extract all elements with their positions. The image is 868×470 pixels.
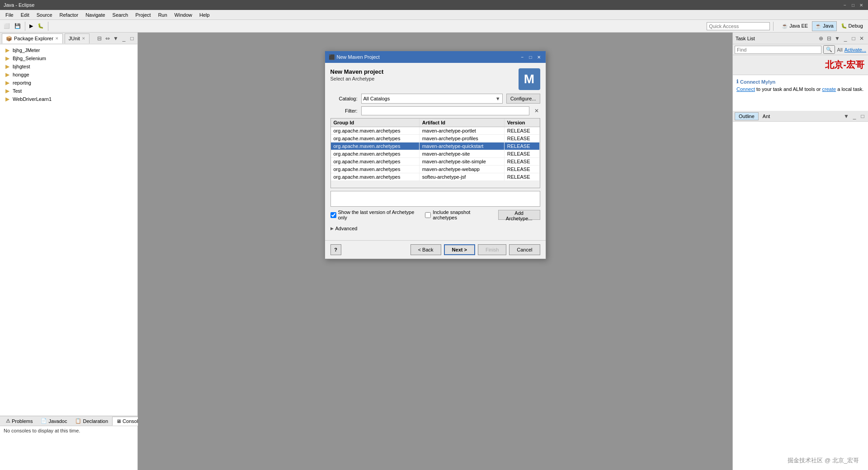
catalog-label: Catalog: [330,96,358,101]
dialog-minimize-button[interactable]: − [519,54,526,60]
col-group-id[interactable]: Group Id [331,119,420,127]
task-close-icon[interactable]: ✕ [858,35,865,42]
add-archetype-button[interactable]: Add Archetype... [498,210,540,220]
menu-file[interactable]: File [2,11,17,19]
find-search-button[interactable]: 🔍 [823,45,835,54]
minimize-button[interactable]: − [842,2,848,8]
catalog-combo[interactable]: All Catalogs ▼ [361,94,503,104]
maximize-view-icon[interactable]: □ [128,35,136,42]
back-button[interactable]: < Back [410,244,441,255]
tree-item-reportng[interactable]: ▶ reportng [0,79,137,87]
menu-window[interactable]: Window [171,11,196,19]
task-maximize-icon[interactable]: □ [850,35,857,42]
advanced-row[interactable]: ▶ Advanced [330,224,540,233]
menu-search[interactable]: Search [109,11,132,19]
menu-source[interactable]: Source [33,11,56,19]
archetype-row-2[interactable]: org.apache.maven.archetypesmaven-archety… [331,142,540,150]
tab-problems[interactable]: ⚠ Problems [2,417,37,426]
tab-declaration[interactable]: 📋 Declaration [71,417,112,426]
tab-ant[interactable]: Ant [759,112,774,120]
mylyn-create-link[interactable]: create [822,86,836,92]
col-version[interactable]: Version [504,119,539,127]
archetype-version-1: RELEASE [504,135,539,142]
tree-item-bjhg-selenium[interactable]: ▶ Bjhg_Selenium [0,54,137,62]
archetype-row-3[interactable]: org.apache.maven.archetypesmaven-archety… [331,150,540,158]
mylyn-info-icon: ℹ [736,79,738,85]
archetype-row-4[interactable]: org.apache.maven.archetypesmaven-archety… [331,158,540,166]
tree-item-bjhg-jmeter[interactable]: ▶ bjhg_JMeter [0,46,137,54]
checkbox-snapshot[interactable]: Include snapshot archetypes [425,209,491,220]
task-find-input[interactable] [735,46,821,54]
right-brand: 北京-宏哥 [733,55,868,75]
perspective-javaee[interactable]: ☕ Java EE [778,21,811,31]
outline-icons: ▼ _ □ [843,113,866,120]
minimize-view-icon[interactable]: _ [120,35,127,42]
help-button[interactable]: ? [330,244,341,255]
mylyn-connect-link[interactable]: Connect [736,86,755,92]
bottom-panel: ⚠ Problems 📄 Javadoc 📋 Declaration 🖥 Con… [0,416,137,470]
outline-menu-icon[interactable]: ▼ [843,113,850,120]
menu-project[interactable]: Project [132,11,154,19]
maven-icon: M [519,68,540,90]
task-menu-icon[interactable]: ▼ [834,35,841,42]
menu-navigate[interactable]: Navigate [82,11,108,19]
cancel-button[interactable]: Cancel [509,244,540,255]
perspective-debug[interactable]: 🐛 Debug [838,21,866,31]
menu-run[interactable]: Run [155,11,171,19]
dialog-subtitle: Select an Archetype [330,76,384,81]
view-menu-icon[interactable]: ▼ [112,35,119,42]
tab-javadoc[interactable]: 📄 Javadoc [37,417,71,426]
outline-minimize-icon[interactable]: _ [851,113,858,120]
link-editor-icon[interactable]: ⇔ [104,35,111,42]
filter-input[interactable] [361,106,529,115]
close-button[interactable]: ✕ [858,2,864,8]
checkbox-snapshot-input[interactable] [425,212,431,218]
close-junit-icon[interactable]: ✕ [82,36,85,41]
archetype-row-5[interactable]: org.apache.maven.archetypesmaven-archety… [331,166,540,173]
task-new-icon[interactable]: ⊕ [817,35,825,42]
configure-button[interactable]: Configure... [506,94,540,104]
tab-outline[interactable]: Outline [735,112,759,120]
page-watermark-text: 掘金技术社区 @ 北京_宏哥 [788,457,859,464]
col-artifact-id[interactable]: Artifact Id [419,119,504,127]
run-button[interactable]: ▶ [28,21,35,31]
quick-access-area: ☕ Java EE ☕ Java 🐛 Debug [707,21,866,31]
menu-refactor[interactable]: Refactor [56,11,82,19]
tree-item-bjhgtest[interactable]: ▶ bjhgtest [0,62,137,71]
task-filter-icon[interactable]: ⊟ [826,35,833,42]
menu-edit[interactable]: Edit [17,11,33,19]
next-button[interactable]: Next > [444,244,475,255]
dialog-main-title: New Maven project [330,68,384,75]
close-tab-icon[interactable]: ✕ [55,36,59,41]
archetype-row-1[interactable]: org.apache.maven.archetypesmaven-archety… [331,135,540,142]
outline-maximize-icon[interactable]: □ [859,113,866,120]
archetype-artifact-2: maven-archetype-quickstart [419,142,504,150]
task-list-icons: ⊕ ⊟ ▼ _ □ ✕ [817,35,865,42]
activate-link[interactable]: Activate... [844,47,866,52]
tree-item-webdriverlearn1[interactable]: ▶ WebDriverLearn1 [0,95,137,103]
new-button[interactable]: ⬜ [2,21,12,31]
archetype-version-6: RELEASE [504,173,539,181]
maximize-button[interactable]: □ [850,2,856,8]
dialog-close-button[interactable]: ✕ [536,54,542,60]
debug-button[interactable]: 🐛 [36,21,46,31]
archetype-row-0[interactable]: org.apache.maven.archetypesmaven-archety… [331,127,540,135]
archetype-table-container[interactable]: Group Id Artifact Id Version org.apache.… [330,118,540,188]
tab-package-explorer[interactable]: 📦 Package Explorer ✕ [2,33,63,43]
dialog-maximize-button[interactable]: □ [528,54,534,60]
filter-clear-button[interactable]: ✕ [533,107,540,114]
collapse-all-icon[interactable]: ⊟ [96,35,103,42]
tree-item-hongge[interactable]: ▶ hongge [0,71,137,79]
perspective-java[interactable]: ☕ Java [812,21,836,31]
quick-access-input[interactable] [707,22,770,30]
checkbox-last-version-input[interactable] [330,212,336,218]
tree-item-test[interactable]: ▶ Test [0,87,137,95]
archetype-row-6[interactable]: org.apache.maven.archetypessofteu-archet… [331,173,540,181]
task-minimize-icon[interactable]: _ [842,35,849,42]
checkbox-last-version[interactable]: Show the last version of Archetype only [330,209,418,220]
menu-help[interactable]: Help [196,11,213,19]
tab-junit[interactable]: JUnit ✕ [65,33,90,43]
task-list-title: Task List [736,36,755,41]
save-button[interactable]: 💾 [13,21,23,31]
finish-button[interactable]: Finish [478,244,506,255]
